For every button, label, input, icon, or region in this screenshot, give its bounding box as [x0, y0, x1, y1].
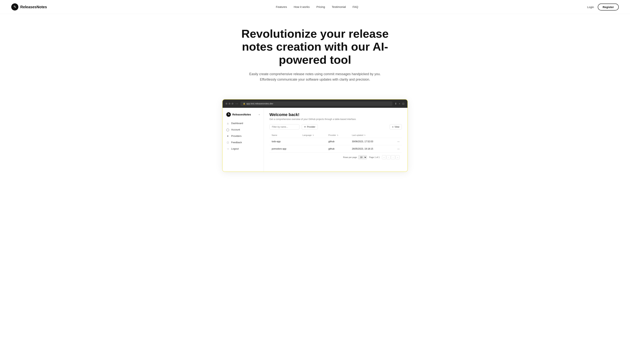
page-first-button[interactable]: « [382, 155, 386, 159]
rows-per-page: Rows per page 10 [343, 155, 367, 159]
rows-per-page-label: Rows per page [343, 156, 357, 158]
hero-title: Revolutionize your release notes creatio… [232, 27, 398, 66]
sidebar-label-providers: Providers [231, 134, 242, 138]
lock-icon: 🔒 [243, 102, 245, 104]
table-body: todo-app github 30/06/2023, 17:52:03 ···… [270, 138, 402, 152]
cell-language-1 [300, 145, 326, 152]
sidebar-logo: ✎ ReleasesNotes « [222, 111, 264, 120]
browser-mockup: ‹ › 🔒 app.test.releasesnotes.dev ⬆ + ⊡ ✎ [216, 99, 414, 183]
browser-dot-1 [226, 103, 228, 104]
nav-links: Features How it works Pricing Testimonia… [276, 5, 358, 8]
providers-icon: ✦ [226, 134, 229, 138]
navbar: ✎ ReleasesNotes Features How it works Pr… [0, 0, 630, 14]
nav-logo-icon: ✎ [11, 3, 18, 10]
sidebar-logo-text: ReleasesNotes [232, 113, 251, 116]
sidebar-item-dashboard[interactable]: ⌂ Dashboard [222, 120, 264, 126]
cell-language-0 [300, 138, 326, 145]
nav-link-pricing[interactable]: Pricing [316, 5, 325, 8]
filter-provider-icon: ⊕ [304, 126, 306, 128]
main-content: Welcome back! Get a comprehensive overvi… [264, 108, 408, 172]
arrow-back[interactable]: ‹ [236, 102, 236, 105]
browser-actions: ⬆ + ⊡ [395, 102, 404, 105]
register-button[interactable]: Register [598, 4, 619, 10]
cell-actions-1[interactable]: ··· [391, 145, 402, 152]
col-language[interactable]: Language ⇅ [300, 132, 326, 138]
browser-frame: ‹ › 🔒 app.test.releasesnotes.dev ⬆ + ⊡ ✎ [222, 99, 408, 172]
sidebar-item-account[interactable]: ◯ Account [222, 126, 264, 133]
view-label: View [394, 126, 400, 128]
sort-updated-icon: ⇅ [364, 134, 366, 136]
view-button[interactable]: ≡ View [390, 124, 402, 130]
arrow-forward[interactable]: › [237, 102, 238, 105]
share-icon[interactable]: ⬆ [395, 102, 397, 105]
welcome-subtitle: Get a comprehensive overview of your Git… [270, 118, 402, 120]
page-next-button[interactable]: › [391, 155, 395, 159]
feedback-icon: □ [226, 141, 229, 144]
nav-link-how-it-works[interactable]: How it works [294, 5, 310, 8]
sidebar-item-providers[interactable]: ✦ Providers [222, 133, 264, 139]
nav-logo-text: ReleasesNotes [20, 5, 47, 9]
view-icon: ≡ [392, 126, 394, 128]
filters-row: ⊕ Provider ≡ View [270, 124, 402, 130]
app-container: ✎ ReleasesNotes « ⌂ Dashboard ◯ Account … [222, 108, 408, 172]
hero-subtitle: Easily create comprehensive release note… [248, 72, 382, 82]
browser-url-text: app.test.releasesnotes.dev [246, 102, 273, 105]
sidebar-label-account: Account [231, 128, 240, 131]
nav-actions: Login Register [587, 4, 619, 10]
sort-language-icon: ⇅ [312, 134, 314, 136]
cell-updated-0: 30/06/2023, 17:52:03 [350, 138, 391, 145]
table-row[interactable]: pomodoro-app github 26/05/2023, 19:18:15… [270, 145, 402, 152]
sidebar-logo-icon: ✎ [226, 112, 231, 117]
sidebar-label-logout: Logout [231, 147, 239, 150]
sidebar-label-dashboard: Dashboard [231, 122, 243, 125]
sidebar-collapse-button[interactable]: « [258, 113, 260, 116]
nav-link-testimonial[interactable]: Testimonial [332, 5, 346, 8]
sidebar-label-feedback: Feedback [231, 141, 242, 144]
home-icon: ⌂ [226, 122, 229, 125]
col-actions [391, 132, 402, 138]
table-header: Name Language ⇅ Provider ⇅ Las [270, 132, 402, 138]
sidebar: ✎ ReleasesNotes « ⌂ Dashboard ◯ Account … [222, 108, 264, 172]
cell-name-1: pomodoro-app [270, 145, 300, 152]
filter-provider-button[interactable]: ⊕ Provider [302, 124, 318, 130]
cell-updated-1: 26/05/2023, 19:18:15 [350, 145, 391, 152]
login-button[interactable]: Login [587, 6, 594, 8]
account-icon: ◯ [226, 128, 229, 131]
logout-icon: → [226, 147, 229, 150]
sidebar-item-logout[interactable]: → Logout [222, 146, 264, 152]
browser-controls [226, 103, 234, 104]
filter-provider-label: Provider [307, 126, 316, 128]
cell-name-0: todo-app [270, 138, 300, 145]
page-prev-button[interactable]: ‹ [386, 155, 390, 159]
page-last-button[interactable]: » [396, 155, 400, 159]
nav-link-faq[interactable]: FAQ [352, 5, 358, 8]
page-nav: « ‹ › » [382, 155, 400, 159]
nav-link-features[interactable]: Features [276, 5, 287, 8]
col-name: Name [270, 132, 300, 138]
table-row[interactable]: todo-app github 30/06/2023, 17:52:03 ··· [270, 138, 402, 145]
page-info: Page 1 of 1 [369, 156, 380, 158]
welcome-title: Welcome back! [270, 112, 402, 117]
cell-actions-0[interactable]: ··· [391, 138, 402, 145]
sidebar-item-feedback[interactable]: □ Feedback [222, 139, 264, 146]
col-provider[interactable]: Provider ⇅ [326, 132, 350, 138]
more-icon[interactable]: ⊡ [402, 102, 404, 105]
col-last-updated[interactable]: Last uptated ⇅ [350, 132, 391, 138]
filter-name-input[interactable] [270, 124, 300, 130]
add-tab-icon[interactable]: + [399, 102, 400, 105]
cell-provider-0: github [326, 138, 350, 145]
browser-dot-2 [228, 103, 230, 104]
projects-table: Name Language ⇅ Provider ⇅ Las [270, 132, 402, 152]
sort-provider-icon: ⇅ [337, 134, 338, 136]
pagination: Rows per page 10 Page 1 of 1 « ‹ › » [270, 152, 402, 159]
hero-section: Revolutionize your release notes creatio… [225, 14, 405, 92]
browser-dot-3 [232, 103, 234, 104]
cell-provider-1: github [326, 145, 350, 152]
rows-per-page-select[interactable]: 10 [358, 155, 367, 159]
browser-url-bar[interactable]: 🔒 app.test.releasesnotes.dev [240, 102, 392, 106]
browser-bar: ‹ › 🔒 app.test.releasesnotes.dev ⬆ + ⊡ [222, 100, 408, 108]
browser-nav-arrows: ‹ › [236, 102, 238, 105]
nav-logo[interactable]: ✎ ReleasesNotes [11, 3, 47, 10]
